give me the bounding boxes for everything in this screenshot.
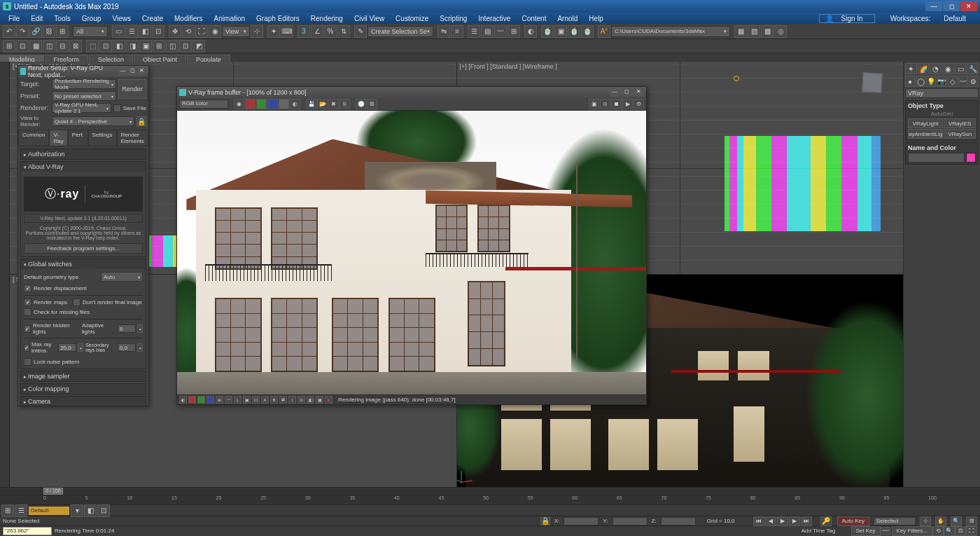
maxscript-listener[interactable] <box>3 527 52 535</box>
menu-civilview[interactable]: Civil View <box>349 15 390 22</box>
render-button[interactable]: Render <box>118 79 146 99</box>
fb-mini-3[interactable] <box>197 396 205 404</box>
dont-render-check[interactable]: Don't render final image <box>73 298 142 306</box>
cameras-icon[interactable]: 📷 <box>937 76 946 87</box>
time-ruler[interactable]: 0510152025303540455055606570758085909510… <box>0 495 980 504</box>
percent-snap-button[interactable]: % <box>324 25 337 38</box>
hierarchy-tab-icon[interactable]: ◔ <box>930 63 941 74</box>
fb-close[interactable]: ✕ <box>633 88 644 97</box>
target-select[interactable]: Production Rendering Mode <box>52 79 116 89</box>
keyfilters-button[interactable]: Key Filters... <box>892 526 932 536</box>
fb-mini-5[interactable]: ⊞ <box>216 396 223 404</box>
hidden-lights-check[interactable]: Render hidden lights <box>24 322 79 335</box>
project-path[interactable]: C:\Users\CUDA\Documents\3dsMax <box>611 26 730 37</box>
window-crossing-button[interactable]: ⊡ <box>152 25 164 38</box>
view-select[interactable]: Quad 4 - Perspective <box>52 116 134 126</box>
vrayies-button[interactable]: VRayIES <box>944 118 976 128</box>
tb-extra-1[interactable]: ▦ <box>734 25 747 38</box>
dialog-maximize[interactable]: ◻ <box>128 67 137 76</box>
placement-button[interactable]: ◉ <box>209 25 221 38</box>
window-minimize[interactable]: — <box>925 1 942 11</box>
bind-button[interactable]: ⊞ <box>56 25 69 38</box>
adaptive-lights-input[interactable] <box>118 324 136 333</box>
time-tag-text[interactable]: Add Time Tag <box>802 528 836 534</box>
systems-icon[interactable]: ⚙ <box>969 76 979 87</box>
vraylight-button[interactable]: VRayLight <box>908 118 943 128</box>
fb-mini-7[interactable]: L <box>234 396 241 404</box>
fb-mini-1[interactable]: ◐ <box>179 396 187 404</box>
channel-select[interactable]: RGB color <box>179 99 228 109</box>
max-ray-check[interactable]: Max ray intens. <box>24 341 56 354</box>
select-region-button[interactable]: ◧ <box>139 25 151 38</box>
check-missing-check[interactable]: Check for missing files <box>24 308 143 316</box>
menu-animation[interactable]: Animation <box>209 15 251 22</box>
save-file-check[interactable]: Save File <box>113 104 146 112</box>
layer-btn-2[interactable]: ☰ <box>15 504 27 517</box>
lock-selection-icon[interactable]: 🔒 <box>540 517 550 525</box>
select-manipulate-button[interactable]: ✦ <box>267 25 280 38</box>
preset-select[interactable]: No preset selected <box>52 91 116 101</box>
rollout-auth[interactable]: Authorization <box>21 149 146 159</box>
sign-in-button[interactable]: 👤 Sign In <box>819 14 875 23</box>
layer-btn-5[interactable]: ⊡ <box>97 504 110 517</box>
tb2-2[interactable]: ⊡ <box>16 40 29 53</box>
menu-file[interactable]: File <box>3 15 25 22</box>
fb-mini-4[interactable] <box>206 396 214 404</box>
rendered-frame-button[interactable]: ▣ <box>554 25 567 38</box>
fb-mini-12[interactable]: ⇄ <box>279 396 287 404</box>
fb-mini-10[interactable]: A <box>261 396 269 404</box>
lights-icon[interactable]: 💡 <box>926 76 936 87</box>
move-button[interactable]: ✥ <box>169 25 181 38</box>
render-maps-check[interactable]: Render maps <box>24 298 67 306</box>
save-image-button[interactable]: 💾 <box>306 99 316 109</box>
layer-name[interactable]: Default <box>28 506 70 516</box>
tb2-12[interactable]: ⊞ <box>153 40 165 53</box>
nav-2[interactable]: ✋ <box>935 516 946 526</box>
mono-button[interactable]: ◐ <box>290 99 300 109</box>
nav-8[interactable]: ⛶ <box>966 526 977 536</box>
tb2-7[interactable]: ⬚ <box>86 40 99 53</box>
scene-explorer-strip[interactable] <box>0 62 10 487</box>
menu-arnold[interactable]: Arnold <box>552 15 583 22</box>
curve-editor-button[interactable]: 〰 <box>494 25 507 38</box>
tab-vray[interactable]: V-Ray <box>49 130 67 146</box>
tb2-13[interactable]: ◫ <box>166 40 178 53</box>
tb-extra-3[interactable]: ▩ <box>761 25 774 38</box>
display-tab-icon[interactable]: ▭ <box>955 63 967 74</box>
menu-modifiers[interactable]: Modifiers <box>169 15 209 22</box>
green-channel-button[interactable] <box>256 99 267 109</box>
render-last-button[interactable]: ▶ <box>622 99 633 109</box>
nav-5[interactable]: ⟲ <box>932 526 944 536</box>
tab-elements[interactable]: Render Elements <box>117 130 149 146</box>
rollout-about[interactable]: About V-Ray <box>21 162 146 172</box>
duplicate-button[interactable]: ⊞ <box>367 99 377 109</box>
menu-group[interactable]: Group <box>76 15 107 22</box>
key-mode-icon[interactable]: 🔑 <box>820 516 832 526</box>
motion-tab-icon[interactable]: ◉ <box>942 63 954 74</box>
prev-frame-button[interactable]: ◀ <box>765 516 776 526</box>
fb-mini-6[interactable]: 〰 <box>225 396 232 404</box>
feedback-link[interactable]: Feedback program settings... <box>24 243 143 254</box>
keyboard-shortcut-button[interactable]: ⌨ <box>281 25 293 38</box>
vrayambient-button[interactable]: ayAmbientLig <box>908 129 943 139</box>
edit-named-sel-button[interactable]: ✎ <box>354 25 367 38</box>
keyfilter-icon[interactable]: 〰 <box>881 527 890 535</box>
menu-create[interactable]: Create <box>136 15 169 22</box>
tb2-1[interactable]: ⊞ <box>3 40 15 53</box>
dialog-minimize[interactable]: — <box>118 67 127 76</box>
coord-x-input[interactable] <box>564 517 598 525</box>
render-disp-check[interactable]: Render displacement <box>24 284 143 292</box>
viewcube-icon[interactable] <box>855 66 889 99</box>
tb2-6[interactable]: ⊠ <box>69 40 82 53</box>
time-slider-track[interactable]: 0 / 100 <box>0 488 980 495</box>
geometry-icon[interactable]: ● <box>905 76 915 87</box>
fb-mini-15[interactable]: ◧ <box>307 396 314 404</box>
undo-button[interactable]: ↶ <box>3 25 15 38</box>
named-selection[interactable]: Create Selection Se <box>368 26 433 37</box>
menu-grapheditors[interactable]: Graph Editors <box>251 15 305 22</box>
render-production-button[interactable]: 🍵 <box>568 25 580 38</box>
ref-coord-system[interactable]: View <box>222 26 250 37</box>
layer-btn-1[interactable]: ⊞ <box>1 504 14 517</box>
clear-button[interactable]: ✖ <box>328 99 339 109</box>
next-frame-button[interactable]: ▶ <box>789 516 800 526</box>
